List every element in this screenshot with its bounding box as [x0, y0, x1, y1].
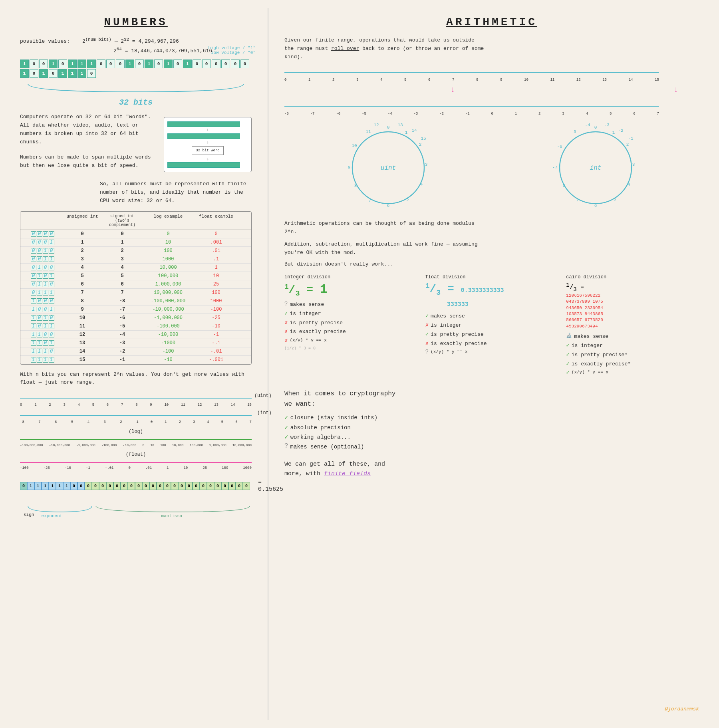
- bits-cell: 0011: [20, 256, 64, 262]
- sign-text: sign: [24, 512, 34, 517]
- cpu-diagram-area: + ↓ 32 bit word ↓: [164, 113, 252, 176]
- sint-cell: 6: [100, 281, 144, 288]
- svg-text:11: 11: [365, 129, 371, 134]
- sint-cell: -6: [100, 315, 144, 321]
- log-cell: 1,000,000: [144, 281, 192, 288]
- mini-bit: 1: [43, 349, 48, 354]
- log-cell: -100: [144, 348, 192, 355]
- float-bit: 0: [92, 482, 99, 490]
- float-bit: 0: [121, 482, 128, 490]
- float-bit: 1: [49, 482, 56, 490]
- body-text-2: Numbers can be made to span multiple wor…: [20, 153, 156, 170]
- log-cell: -100,000,000: [144, 298, 192, 304]
- sint-cell: -3: [100, 340, 144, 346]
- circle-diagrams: 0 1 2 3 4 5 6 7 8 9 10 11 12 13 14 15: [284, 120, 699, 216]
- uint-cell: 14: [64, 348, 100, 355]
- mini-bit: 1: [37, 273, 42, 279]
- svg-text:1: 1: [612, 130, 615, 135]
- float-brace-svg: sign exponent mantissa: [20, 502, 252, 518]
- page-container: NUMBERS possible values: 2(num bits) → 2…: [0, 0, 719, 728]
- bits-cell: 1110: [20, 348, 64, 355]
- uint-circle-wrap: 0 1 2 3 4 5 6 7 8 9 10 11 12 13 14 15: [340, 120, 436, 216]
- uint-cell: 0: [64, 231, 100, 237]
- mini-bit: 0: [43, 340, 48, 346]
- uint-line: (uint): [20, 393, 252, 403]
- cairo-div-title-text: cairo division: [566, 274, 606, 280]
- svg-text:8: 8: [354, 183, 357, 188]
- bit-cell: 0: [231, 60, 240, 68]
- svg-text:-2: -2: [618, 128, 623, 133]
- svg-text:0: 0: [594, 125, 597, 130]
- float-bit: 0: [135, 482, 142, 490]
- uint-cell: 1: [64, 239, 100, 246]
- float-numerator: 1: [425, 282, 430, 290]
- number-table: unsigned int signed int(two's complement…: [20, 211, 252, 365]
- bits-cell: 1100: [20, 331, 64, 338]
- cpu-box: 32 bit word: [192, 146, 224, 155]
- mini-bit: 1: [49, 307, 54, 312]
- mini-bit: 1: [43, 282, 48, 287]
- float-bit: 0: [185, 482, 193, 490]
- th-bits: [20, 213, 64, 228]
- float-bit: 0: [171, 482, 178, 490]
- svg-text:5: 5: [613, 197, 616, 202]
- top-int-ticks: -5-7-6-5-4-3-2-101234567: [284, 112, 699, 116]
- mini-bit: 0: [43, 240, 48, 245]
- crypto-item-3: ✓ working algebra...: [284, 433, 699, 442]
- bit-cell: 0: [97, 60, 105, 68]
- mini-bit: 0: [43, 332, 48, 337]
- float-cell: .1: [192, 256, 240, 262]
- cpu-bar-2: [167, 133, 240, 139]
- int-check-1: ?makes sense: [284, 301, 417, 309]
- svg-text:3: 3: [632, 162, 635, 167]
- log-cell: -1,000,000: [144, 315, 192, 321]
- rollover-text: Given our finite range, operations that …: [284, 36, 484, 61]
- table-row: 101111-5-100,000-10: [20, 322, 251, 331]
- float-bit: 0: [128, 482, 135, 490]
- bit-cell: 0: [39, 60, 48, 68]
- top-int-line: [284, 101, 699, 111]
- mini-bit: 1: [37, 290, 42, 296]
- bit-cell: 0: [106, 60, 115, 68]
- uint-line-area: (uint) 0123456789101112131415: [20, 393, 252, 407]
- mini-bit: 0: [31, 231, 36, 237]
- bit-cell: 0: [30, 60, 38, 68]
- mini-bit: 0: [43, 298, 48, 304]
- sint-cell: 1: [100, 239, 144, 246]
- author-tag: @jordanmmsk: [665, 706, 699, 712]
- top-number-lines: 0123456789101112131415 ↓ ↓ -5-7-6-5-4-3-…: [284, 67, 699, 116]
- bit-cell: 1: [20, 69, 29, 78]
- float-bit: 0: [236, 482, 243, 490]
- float-bit: 0: [207, 482, 214, 490]
- pink-arrow2: ↓: [673, 85, 678, 94]
- pv-label: possible values:: [20, 38, 70, 44]
- mini-bit: 1: [43, 323, 48, 329]
- mini-bit: 0: [37, 307, 42, 312]
- mini-bit: 1: [49, 340, 54, 346]
- float-check-1: ✓makes sense: [425, 312, 558, 321]
- cairo-check-2: ✓is integer: [566, 342, 699, 350]
- mini-bit: 1: [49, 256, 54, 262]
- float-line-area: (float) -100-25-10-1-.010.01110251001000: [20, 452, 252, 470]
- crypto-item-2: ✓ absolute precision: [284, 423, 699, 432]
- mini-bit: 0: [49, 332, 54, 337]
- plus-sign: +: [167, 128, 248, 133]
- top-uint-ticks: 0123456789101112131415: [284, 78, 699, 82]
- sint-cell: 2: [100, 248, 144, 254]
- mini-bit: 1: [43, 290, 48, 296]
- cpu-bar-1: [167, 121, 240, 127]
- bits-cell: 0101: [20, 273, 64, 279]
- float-bit: 1: [63, 482, 70, 490]
- uint-circle-svg: 0 1 2 3 4 5 6 7 8 9 10 11 12 13 14 15: [340, 120, 436, 216]
- rollover-underline: roll over: [331, 46, 359, 52]
- float-bit: 0: [214, 482, 221, 490]
- mini-bit: 0: [31, 273, 36, 279]
- mini-bit: 1: [37, 282, 42, 287]
- bit-cell: 0: [49, 69, 58, 78]
- body-text-3: So, all numbers must be represented with…: [100, 180, 252, 205]
- mini-bit: 1: [49, 273, 54, 279]
- down-arrow2: ↓: [167, 157, 248, 161]
- crypto-item-4: ? makes sense (optional): [284, 442, 699, 451]
- voltage-labels: high voltage / "1" low voltage / "0": [208, 46, 256, 55]
- float-cell: -.1: [192, 340, 240, 346]
